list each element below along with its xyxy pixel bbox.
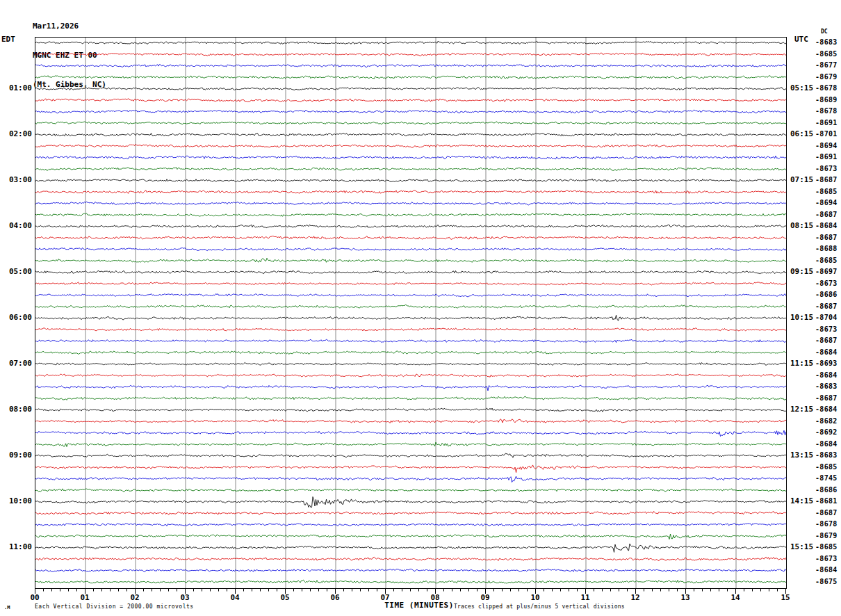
seismic-trace-row [35, 179, 786, 181]
dc-offset-value: -8687 [815, 302, 840, 310]
right-time-label: 08:15 [790, 221, 818, 230]
seismic-trace-row [35, 351, 786, 355]
seismic-trace-row [35, 202, 786, 205]
seismic-trace-row [35, 442, 786, 446]
dc-offset-value: -8694 [815, 142, 840, 149]
seismic-trace-row [35, 557, 786, 560]
dc-offset-value: -8684 [815, 348, 840, 356]
right-time-label: 07:15 [790, 175, 818, 184]
seismic-trace-row [35, 236, 786, 240]
dc-offset-value: -8683 [815, 382, 840, 390]
seismic-traces [35, 38, 786, 588]
seismic-trace-row [35, 270, 786, 274]
right-time-label: 14:15 [790, 496, 818, 505]
left-time-label: 06:00 [0, 313, 32, 322]
seismic-trace-row [35, 258, 786, 262]
left-time-label: 07:00 [0, 359, 32, 368]
seismic-trace-row [35, 497, 786, 508]
seismic-trace-row [35, 512, 786, 515]
seismic-trace-row [35, 282, 786, 285]
seismic-trace-row [35, 122, 786, 124]
dc-offset-value: -8689 [815, 96, 840, 104]
seismic-trace-row [35, 168, 786, 171]
right-time-label: 10:15 [790, 313, 818, 322]
x-axis-tick-label: 03 [176, 593, 194, 602]
seismic-trace-row [35, 544, 786, 552]
seismic-trace-row [35, 524, 786, 526]
seismic-trace-row [35, 328, 786, 331]
seismic-trace-row [35, 76, 786, 79]
dc-offset-value: -8684 [815, 405, 840, 413]
dc-offset-value: -8678 [815, 84, 840, 92]
left-time-label: 11:00 [0, 542, 32, 551]
seismic-trace-row [35, 476, 786, 483]
x-axis-tick-label: 04 [226, 593, 244, 602]
right-time-label: 15:15 [790, 542, 818, 551]
left-time-label: 04:00 [0, 221, 32, 230]
seismic-trace-row [35, 144, 786, 147]
seismic-trace-row [35, 569, 786, 572]
seismic-trace-row [35, 339, 786, 342]
seismic-trace-row [35, 53, 786, 56]
seismic-trace-row [35, 156, 786, 159]
seismic-trace-row [35, 99, 786, 102]
right-axis-title: UTC [794, 35, 808, 44]
dc-offset-value: -8679 [815, 532, 840, 540]
dc-offset-value: -8692 [815, 428, 840, 436]
dc-offset-value: -8701 [815, 130, 840, 138]
dc-offset-value: -8684 [815, 222, 840, 229]
seismic-trace-row [35, 191, 786, 194]
seismic-trace-row [35, 315, 786, 321]
left-time-label: 09:00 [0, 451, 32, 460]
dc-offset-value: -8679 [815, 73, 840, 81]
dc-offset-value: -8685 [815, 463, 840, 471]
x-axis-tick-label: 02 [126, 593, 144, 602]
title-date: Mar11,2026 [33, 22, 106, 31]
dc-offset-value: -8684 [815, 371, 840, 379]
seismic-trace-row [35, 41, 786, 44]
left-time-label: 02:00 [0, 129, 32, 138]
dc-offset-value: -8678 [815, 520, 840, 528]
dc-offset-value: -8687 [815, 337, 840, 344]
x-axis-tick-label: 10 [526, 593, 544, 602]
seismic-trace-row [35, 248, 786, 250]
x-axis-tick-label: 00 [26, 593, 44, 602]
x-axis-tick-label: 13 [676, 593, 694, 602]
seismic-trace-row [35, 430, 786, 436]
right-time-label: 06:15 [790, 129, 818, 138]
dc-offset-value: -8675 [815, 578, 840, 585]
right-time-label: 12:15 [790, 405, 818, 414]
dc-offset-value: -8694 [815, 199, 840, 206]
dc-column-header: DC [821, 29, 828, 35]
dc-offset-value: -8686 [815, 291, 840, 298]
left-axis-title: EDT [1, 35, 15, 44]
dc-offset-value: -8683 [815, 38, 840, 46]
dc-offset-value: -8687 [815, 176, 840, 184]
seismic-trace-row [35, 374, 786, 378]
x-axis-tick-label: 06 [326, 593, 344, 602]
dc-offset-value: -8678 [815, 107, 840, 115]
x-axis-tick-label: 15 [776, 593, 794, 602]
dc-offset-value: -8686 [815, 486, 840, 494]
seismic-trace-row [35, 396, 786, 400]
seismic-trace-row [35, 305, 786, 308]
dc-offset-value: -8682 [815, 417, 840, 425]
seismic-trace-row [35, 110, 786, 113]
scale-note: Each Vertical Division = 2000.00 microvo… [35, 603, 194, 610]
dc-offset-value: -8687 [815, 509, 840, 517]
x-axis-tick-label: 14 [726, 593, 744, 602]
right-time-label: 11:15 [790, 359, 818, 368]
right-time-label: 09:15 [790, 267, 818, 276]
dc-offset-value: -8684 [815, 440, 840, 448]
seismic-trace-row [35, 88, 786, 90]
seismic-trace-row [35, 133, 786, 136]
dc-offset-value: -8684 [815, 566, 840, 574]
dc-offset-value: -8691 [815, 119, 840, 127]
left-time-label: 05:00 [0, 267, 32, 276]
dc-offset-value: -8673 [815, 325, 840, 333]
seismic-trace-row [35, 408, 786, 412]
seismic-trace-row [35, 362, 786, 365]
seismic-trace-row [35, 580, 786, 583]
corner-mark: .M [4, 605, 10, 610]
dc-offset-value: -8685 [815, 257, 840, 264]
